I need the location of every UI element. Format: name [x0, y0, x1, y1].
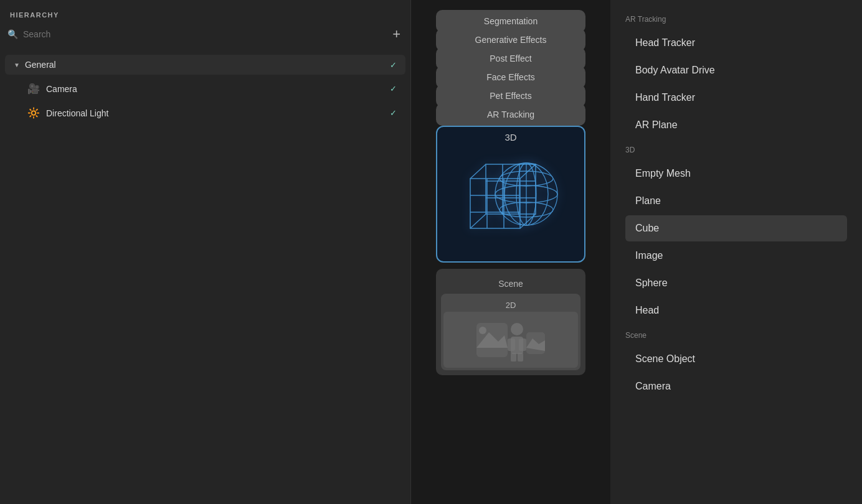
camera-label: Camera: [46, 84, 77, 94]
search-row: 🔍 +: [0, 25, 410, 49]
item-head-tracker[interactable]: Head Tracker: [625, 30, 847, 56]
svg-rect-27: [519, 338, 526, 351]
hierarchy-title: HIERARCHY: [0, 0, 410, 25]
svg-point-24: [511, 323, 523, 335]
scene-card[interactable]: Scene 2D: [436, 269, 585, 375]
tab-3d-active[interactable]: 3D: [436, 126, 585, 263]
item-sphere[interactable]: Sphere: [625, 270, 847, 296]
light-label: Directional Light: [46, 108, 108, 118]
camera-icon: 🎥: [27, 83, 40, 95]
section-scene: Scene Scene Object Camera: [625, 331, 847, 399]
light-icon: 🔆: [27, 107, 40, 119]
tree-section: ▼ General ✓ 🎥 Camera ✓ 🔆 Directional Lig…: [0, 49, 410, 129]
search-icon: 🔍: [7, 29, 18, 39]
center-panel: Segmentation Generative Effects Post Eff…: [411, 0, 610, 504]
search-box: 🔍: [7, 29, 385, 39]
search-input[interactable]: [23, 29, 385, 39]
svg-point-23: [479, 327, 486, 334]
item-body-avatar-drive[interactable]: Body Avatar Drive: [625, 57, 847, 83]
section-3d: 3D Empty Mesh Plane Cube Image Sphere He…: [625, 146, 847, 324]
svg-rect-28: [511, 353, 516, 362]
add-button[interactable]: +: [390, 27, 403, 41]
group-name: General: [25, 60, 56, 70]
item-head[interactable]: Head: [625, 297, 847, 324]
svg-line-2: [470, 164, 486, 179]
tab-segmentation[interactable]: Segmentation: [436, 10, 585, 32]
3d-wireframe-svg: [452, 151, 570, 253]
tree-item-directional-light[interactable]: 🔆 Directional Light ✓: [5, 101, 405, 124]
svg-rect-26: [508, 338, 515, 351]
item-scene-object[interactable]: Scene Object: [625, 346, 847, 372]
camera-checkmark: ✓: [390, 84, 397, 93]
tree-item-camera[interactable]: 🎥 Camera ✓: [5, 77, 405, 100]
item-cube[interactable]: Cube: [625, 215, 847, 241]
scene-label: Scene: [436, 274, 585, 291]
item-hand-tracker[interactable]: Hand Tracker: [625, 85, 847, 111]
item-plane[interactable]: Plane: [625, 188, 847, 214]
section-label-ar-tracking: AR Tracking: [625, 15, 847, 24]
tab-stack: Segmentation Generative Effects Post Eff…: [436, 10, 585, 122]
section-label-scene: Scene: [625, 331, 847, 340]
item-empty-mesh[interactable]: Empty Mesh: [625, 161, 847, 187]
item-camera-scene[interactable]: Camera: [625, 373, 847, 399]
item-ar-plane[interactable]: AR Plane: [625, 112, 847, 138]
group-header-general[interactable]: ▼ General ✓: [5, 55, 405, 75]
svg-rect-29: [518, 353, 523, 362]
right-panel: AR Tracking Head Tracker Body Avatar Dri…: [610, 0, 862, 504]
section-ar-tracking: AR Tracking Head Tracker Body Avatar Dri…: [625, 15, 847, 138]
group-checkmark: ✓: [390, 60, 397, 70]
tab-3d-label: 3D: [437, 127, 584, 147]
chevron-icon: ▼: [14, 62, 20, 68]
section-label-3d: 3D: [625, 146, 847, 154]
sub-card-2d[interactable]: 2D: [441, 294, 580, 370]
svg-line-5: [470, 214, 486, 228]
group-label: ▼ General: [14, 60, 56, 70]
light-checkmark: ✓: [390, 108, 397, 118]
2d-icons-svg: [473, 317, 548, 363]
sub-2d-visual: [443, 312, 578, 368]
item-image[interactable]: Image: [625, 243, 847, 269]
tab-3d-visual: [437, 147, 584, 256]
sub-2d-label: 2D: [441, 297, 580, 312]
hierarchy-panel: HIERARCHY 🔍 + ▼ General ✓ 🎥 Camera ✓ 🔆: [0, 0, 411, 504]
